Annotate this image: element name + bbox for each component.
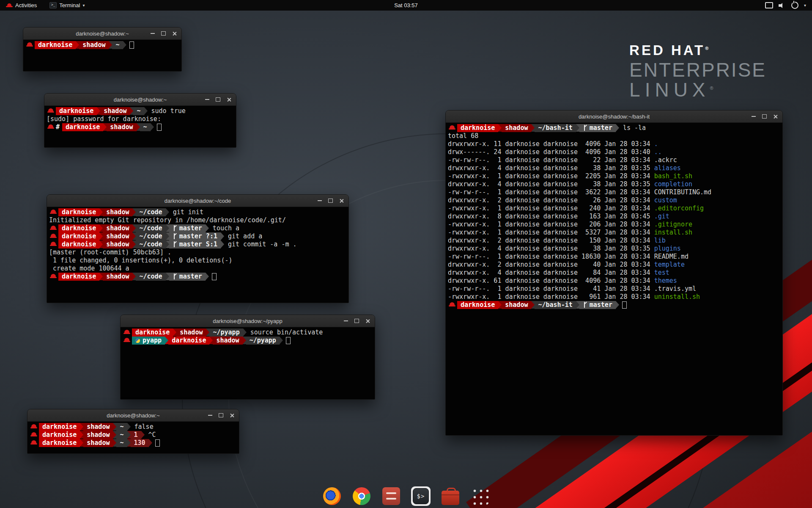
terminal-content[interactable]: darknoiseshadow~ falsedarknoiseshadow~1 … — [27, 422, 239, 453]
prompt-segment-host: shadow — [502, 301, 531, 309]
output-text: drwxrwxr-x. 4 darknoise darknoise 38 Jan… — [448, 245, 654, 253]
maximize-button[interactable] — [328, 199, 333, 203]
volume-icon — [779, 3, 786, 8]
minimize-button[interactable] — [205, 99, 209, 100]
minimize-button[interactable] — [208, 415, 212, 416]
prompt-segment-user: darknoise — [35, 41, 76, 49]
powerline-arrow-icon — [132, 273, 136, 280]
minimize-button[interactable] — [151, 33, 155, 34]
command-text: git commit -a -m . — [224, 240, 297, 248]
powerline-arrow-icon — [498, 124, 502, 132]
prompt-line: darknoiseshadow~/bash-itmaster — [448, 301, 780, 309]
close-button[interactable] — [773, 114, 778, 119]
prompt-line: pyappdarknoiseshadow~/pyapp — [123, 337, 373, 345]
powerline-arrow-icon — [531, 124, 535, 132]
terminal-icon[interactable]: $> — [411, 486, 431, 506]
powerline-arrow-icon — [97, 107, 100, 115]
output-text: -rwxrwxr-x. 1 darknoise darknoise 240 Ja… — [448, 204, 654, 213]
output-line: drwxrwxr-x. 4 darknoise darknoise 38 Jan… — [448, 245, 780, 253]
maximize-button[interactable] — [762, 114, 767, 119]
terminal-cursor — [622, 301, 627, 309]
command-text: ls -la — [619, 124, 646, 132]
chrome-icon[interactable] — [352, 486, 371, 506]
maximize-button[interactable] — [219, 413, 223, 417]
prompt-segment-exit: 130 — [131, 439, 149, 447]
clock[interactable]: Sat 03:57 — [0, 2, 812, 8]
terminal-content[interactable]: darknoiseshadow~/bash-itmaster ls -latot… — [446, 123, 782, 435]
powerline-arrow-icon — [76, 41, 79, 49]
terminal-content[interactable]: darknoiseshadow~ sudo true[sudo] passwor… — [44, 106, 236, 147]
output-line: 1 file changed, 0 insertions(+), 0 delet… — [49, 257, 346, 265]
powerline-arrow-icon — [498, 301, 502, 309]
window-titlebar[interactable]: darknoise@shadow:~/code — [47, 195, 348, 207]
close-button[interactable] — [227, 97, 231, 102]
app-menu-button[interactable]: >_ Terminal ▾ — [47, 2, 87, 8]
output-line: [sudo] password for darknoise: — [47, 115, 234, 123]
maximize-button[interactable] — [354, 319, 359, 323]
prompt-segment-host: shadow — [83, 423, 113, 431]
close-button[interactable] — [339, 199, 344, 203]
command-text: sudo true — [148, 107, 186, 115]
prompt-line: darknoiseshadow~/codemaster — [49, 273, 346, 281]
window-title: darknoise@shadow:~/bash-it — [446, 113, 782, 120]
redhat-prompt-icon — [30, 423, 39, 431]
app-grid-icon[interactable] — [470, 486, 490, 506]
git-branch-icon — [173, 273, 177, 279]
redhat-prompt-icon — [123, 337, 132, 345]
powerline-arrow-icon — [132, 208, 136, 216]
prompt-segment-host: shadow — [176, 329, 206, 337]
maximize-button[interactable] — [161, 31, 166, 36]
minimize-button[interactable] — [752, 116, 756, 117]
powerline-arrow-icon — [151, 123, 154, 131]
window-titlebar[interactable]: darknoise@shadow:~/pyapp — [121, 315, 375, 327]
powerline-arrow-icon — [221, 240, 224, 248]
file-name: template — [654, 261, 685, 269]
minimize-button[interactable] — [318, 200, 322, 201]
output-text: drwxrwxr-x. 4 darknoise darknoise 84 Jan… — [448, 269, 654, 277]
prompt-line: darknoiseshadow~ — [25, 41, 179, 49]
output-text: Initialized empty Git repository in /hom… — [49, 216, 286, 224]
output-line: -rwxrwxr-x. 1 darknoise darknoise 206 Ja… — [448, 221, 780, 229]
firefox-icon[interactable] — [322, 486, 342, 506]
powerline-arrow-icon — [173, 329, 176, 336]
system-status-area[interactable]: ▾ — [765, 2, 812, 9]
output-text: drwxrwxr-x. 11 darknoise darknoise 4096 … — [448, 140, 654, 148]
prompt-segment-git: master — [579, 301, 616, 309]
close-button[interactable] — [172, 31, 177, 36]
activities-button[interactable]: Activities — [3, 2, 39, 8]
terminal-content[interactable]: darknoiseshadow~/code git initInitialize… — [47, 207, 348, 303]
toolbox-icon[interactable] — [441, 486, 460, 506]
redhat-prompt-icon — [25, 41, 35, 49]
prompt-segment-user: darknoise — [39, 439, 80, 447]
terminal-content[interactable]: darknoiseshadow~ — [23, 40, 181, 71]
window-titlebar[interactable]: darknoise@shadow:~ — [27, 409, 239, 422]
top-bar: Activities >_ Terminal ▾ Sat 03:57 ▾ — [0, 0, 812, 11]
close-button[interactable] — [230, 413, 234, 418]
terminal-window: darknoise@shadow:~ darknoiseshadow~ — [23, 27, 182, 72]
prompt-segment-host: shadow — [100, 107, 130, 115]
files-icon[interactable] — [381, 486, 401, 506]
prompt-segment-git: master ?:1 — [169, 232, 221, 240]
window-titlebar[interactable]: darknoise@shadow:~ — [23, 28, 181, 40]
prompt-line: darknoiseshadow~/code git init — [49, 208, 346, 216]
output-text: -rwxrwxr-x. 1 darknoise darknoise 5327 J… — [448, 229, 654, 237]
output-text: [sudo] password for darknoise: — [47, 115, 161, 123]
prompt-segment-host: shadow — [103, 224, 132, 232]
minimize-button[interactable] — [344, 320, 348, 321]
redhat-prompt-icon — [49, 232, 58, 240]
file-name: completion — [654, 180, 692, 188]
prompt-segment-git: master — [169, 273, 206, 281]
output-text: -rwxrwxr-x. 1 darknoise darknoise 961 Ja… — [448, 293, 654, 301]
window-titlebar[interactable]: darknoise@shadow:~ — [44, 94, 236, 106]
window-titlebar[interactable]: darknoise@shadow:~/bash-it — [446, 110, 782, 123]
terminal-window: darknoise@shadow:~/code darknoiseshadow~… — [47, 194, 349, 303]
command-text: git init — [169, 208, 203, 216]
terminal-content[interactable]: darknoiseshadow~/pyapp source bin/activa… — [121, 327, 375, 399]
file-name: .gitignore — [654, 221, 692, 229]
close-button[interactable] — [365, 319, 370, 323]
maximize-button[interactable] — [216, 97, 220, 102]
prompt-segment-path: ~ — [112, 41, 123, 49]
display-icon — [765, 2, 773, 8]
output-line: Initialized empty Git repository in /hom… — [49, 216, 346, 224]
file-name: .. — [654, 148, 662, 156]
